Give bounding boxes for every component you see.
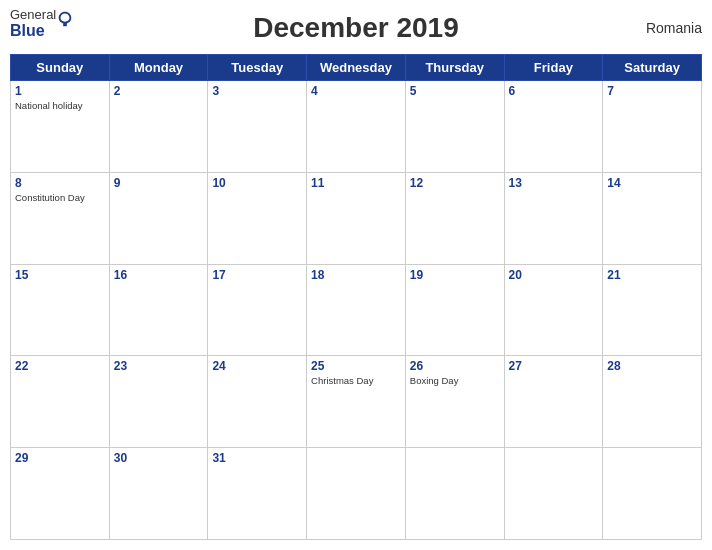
day-number: 1: [15, 84, 105, 98]
header-tuesday: Tuesday: [208, 55, 307, 81]
calendar-week-row: 293031: [11, 448, 702, 540]
calendar-day-cell: 25Christmas Day: [307, 356, 406, 448]
calendar-day-cell: 13: [504, 172, 603, 264]
header-sunday: Sunday: [11, 55, 110, 81]
holiday-label: National holiday: [15, 100, 105, 111]
calendar-day-cell: 2: [109, 81, 208, 173]
calendar-day-cell: 7: [603, 81, 702, 173]
calendar-day-cell: 21: [603, 264, 702, 356]
holiday-label: Christmas Day: [311, 375, 401, 386]
calendar-day-cell: 15: [11, 264, 110, 356]
logo-general-text: General: [10, 8, 56, 22]
calendar-day-cell: 11: [307, 172, 406, 264]
calendar-day-cell: 29: [11, 448, 110, 540]
day-number: 12: [410, 176, 500, 190]
day-number: 21: [607, 268, 697, 282]
day-number: 6: [509, 84, 599, 98]
calendar-day-cell: 6: [504, 81, 603, 173]
day-number: 27: [509, 359, 599, 373]
calendar-day-cell: [307, 448, 406, 540]
day-number: 22: [15, 359, 105, 373]
day-number: 7: [607, 84, 697, 98]
calendar-day-cell: 30: [109, 448, 208, 540]
day-number: 23: [114, 359, 204, 373]
day-number: 28: [607, 359, 697, 373]
calendar-day-cell: 9: [109, 172, 208, 264]
day-number: 29: [15, 451, 105, 465]
day-number: 25: [311, 359, 401, 373]
calendar-day-cell: 10: [208, 172, 307, 264]
day-number: 10: [212, 176, 302, 190]
day-number: 5: [410, 84, 500, 98]
day-number: 31: [212, 451, 302, 465]
calendar-day-cell: 16: [109, 264, 208, 356]
day-number: 20: [509, 268, 599, 282]
calendar-day-cell: 8Constitution Day: [11, 172, 110, 264]
calendar-day-cell: 27: [504, 356, 603, 448]
holiday-label: Constitution Day: [15, 192, 105, 203]
calendar-container: General Blue December 2019 Romania Sunda…: [0, 0, 712, 550]
day-number: 8: [15, 176, 105, 190]
country-label: Romania: [646, 20, 702, 36]
header-friday: Friday: [504, 55, 603, 81]
calendar-week-row: 22232425Christmas Day26Boxing Day2728: [11, 356, 702, 448]
day-number: 24: [212, 359, 302, 373]
header-saturday: Saturday: [603, 55, 702, 81]
calendar-day-cell: 4: [307, 81, 406, 173]
month-title: December 2019: [253, 12, 458, 44]
calendar-day-cell: 20: [504, 264, 603, 356]
day-number: 13: [509, 176, 599, 190]
logo: General Blue: [10, 8, 56, 40]
logo-blue-text: Blue: [10, 22, 45, 40]
day-number: 9: [114, 176, 204, 190]
calendar-table: Sunday Monday Tuesday Wednesday Thursday…: [10, 54, 702, 540]
calendar-day-cell: 18: [307, 264, 406, 356]
day-number: 17: [212, 268, 302, 282]
day-number: 11: [311, 176, 401, 190]
calendar-day-cell: 23: [109, 356, 208, 448]
header-monday: Monday: [109, 55, 208, 81]
calendar-week-row: 1National holiday234567: [11, 81, 702, 173]
calendar-week-row: 15161718192021: [11, 264, 702, 356]
calendar-header: General Blue December 2019 Romania: [10, 8, 702, 48]
calendar-day-cell: 19: [405, 264, 504, 356]
calendar-day-cell: 1National holiday: [11, 81, 110, 173]
calendar-day-cell: 26Boxing Day: [405, 356, 504, 448]
calendar-day-cell: [504, 448, 603, 540]
calendar-day-cell: 28: [603, 356, 702, 448]
holiday-label: Boxing Day: [410, 375, 500, 386]
day-number: 30: [114, 451, 204, 465]
day-number: 2: [114, 84, 204, 98]
calendar-day-cell: 3: [208, 81, 307, 173]
calendar-day-cell: [603, 448, 702, 540]
calendar-day-cell: 24: [208, 356, 307, 448]
logo-bird-icon: [56, 10, 74, 28]
calendar-week-row: 8Constitution Day91011121314: [11, 172, 702, 264]
day-number: 19: [410, 268, 500, 282]
header-wednesday: Wednesday: [307, 55, 406, 81]
calendar-day-cell: 12: [405, 172, 504, 264]
day-number: 4: [311, 84, 401, 98]
day-number: 15: [15, 268, 105, 282]
day-number: 18: [311, 268, 401, 282]
calendar-day-cell: 5: [405, 81, 504, 173]
day-number: 16: [114, 268, 204, 282]
calendar-day-cell: 31: [208, 448, 307, 540]
calendar-day-cell: [405, 448, 504, 540]
day-number: 3: [212, 84, 302, 98]
day-number: 26: [410, 359, 500, 373]
weekday-header-row: Sunday Monday Tuesday Wednesday Thursday…: [11, 55, 702, 81]
calendar-day-cell: 14: [603, 172, 702, 264]
calendar-day-cell: 22: [11, 356, 110, 448]
calendar-day-cell: 17: [208, 264, 307, 356]
header-thursday: Thursday: [405, 55, 504, 81]
day-number: 14: [607, 176, 697, 190]
